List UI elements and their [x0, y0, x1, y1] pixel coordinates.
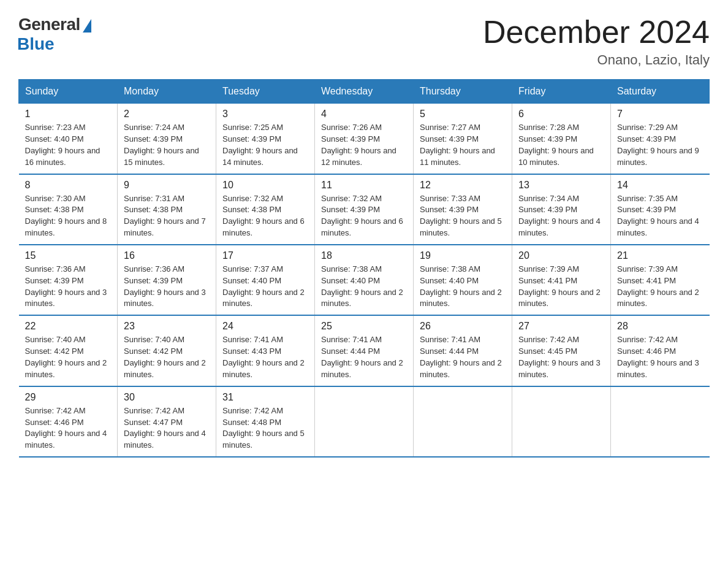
cell-info: Sunrise: 7:42 AMSunset: 4:46 PMDaylight:…: [25, 406, 107, 450]
title-block: December 2024 Onano, Lazio, Italy: [483, 15, 710, 68]
calendar-week-row: 15Sunrise: 7:36 AMSunset: 4:39 PMDayligh…: [19, 245, 710, 315]
cell-info: Sunrise: 7:23 AMSunset: 4:40 PMDaylight:…: [25, 123, 100, 167]
calendar-cell: 24Sunrise: 7:41 AMSunset: 4:43 PMDayligh…: [216, 315, 315, 386]
day-number: 14: [617, 180, 703, 191]
day-number: 20: [518, 250, 604, 261]
column-header-sunday: Sunday: [19, 80, 118, 104]
day-number: 2: [124, 109, 210, 120]
day-number: 12: [420, 180, 506, 191]
cell-info: Sunrise: 7:38 AMSunset: 4:40 PMDaylight:…: [321, 264, 403, 308]
cell-info: Sunrise: 7:36 AMSunset: 4:39 PMDaylight:…: [124, 264, 206, 308]
calendar-week-row: 1Sunrise: 7:23 AMSunset: 4:40 PMDaylight…: [19, 104, 710, 174]
cell-info: Sunrise: 7:36 AMSunset: 4:39 PMDaylight:…: [25, 264, 107, 308]
cell-info: Sunrise: 7:41 AMSunset: 4:43 PMDaylight:…: [222, 335, 305, 379]
column-header-monday: Monday: [118, 80, 216, 104]
calendar-cell: 16Sunrise: 7:36 AMSunset: 4:39 PMDayligh…: [118, 245, 216, 315]
column-header-wednesday: Wednesday: [315, 80, 414, 104]
calendar-cell: 7Sunrise: 7:29 AMSunset: 4:39 PMDaylight…: [611, 104, 710, 174]
calendar-cell: 2Sunrise: 7:24 AMSunset: 4:39 PMDaylight…: [118, 104, 216, 174]
logo: General Blue: [18, 15, 91, 54]
column-header-friday: Friday: [512, 80, 611, 104]
cell-info: Sunrise: 7:37 AMSunset: 4:40 PMDaylight:…: [222, 264, 305, 308]
calendar-cell: 19Sunrise: 7:38 AMSunset: 4:40 PMDayligh…: [414, 245, 512, 315]
calendar-cell: 1Sunrise: 7:23 AMSunset: 4:40 PMDaylight…: [19, 104, 118, 174]
column-header-tuesday: Tuesday: [216, 80, 315, 104]
cell-info: Sunrise: 7:42 AMSunset: 4:48 PMDaylight:…: [222, 406, 305, 450]
calendar-cell: 21Sunrise: 7:39 AMSunset: 4:41 PMDayligh…: [611, 245, 710, 315]
day-number: 11: [321, 180, 407, 191]
calendar-cell: 10Sunrise: 7:32 AMSunset: 4:38 PMDayligh…: [216, 174, 315, 245]
calendar-cell: 20Sunrise: 7:39 AMSunset: 4:41 PMDayligh…: [512, 245, 611, 315]
cell-info: Sunrise: 7:28 AMSunset: 4:39 PMDaylight:…: [518, 123, 594, 167]
day-number: 29: [25, 392, 112, 403]
calendar-cell: 15Sunrise: 7:36 AMSunset: 4:39 PMDayligh…: [19, 245, 118, 315]
calendar-cell: 23Sunrise: 7:40 AMSunset: 4:42 PMDayligh…: [118, 315, 216, 386]
calendar-cell: 29Sunrise: 7:42 AMSunset: 4:46 PMDayligh…: [19, 386, 118, 457]
cell-info: Sunrise: 7:34 AMSunset: 4:39 PMDaylight:…: [518, 194, 601, 238]
calendar-cell: 9Sunrise: 7:31 AMSunset: 4:38 PMDaylight…: [118, 174, 216, 245]
day-number: 31: [222, 392, 308, 403]
cell-info: Sunrise: 7:30 AMSunset: 4:38 PMDaylight:…: [25, 194, 107, 238]
calendar-cell: 8Sunrise: 7:30 AMSunset: 4:38 PMDaylight…: [19, 174, 118, 245]
day-number: 28: [617, 321, 703, 332]
day-number: 18: [321, 250, 407, 261]
cell-info: Sunrise: 7:38 AMSunset: 4:40 PMDaylight:…: [420, 264, 502, 308]
calendar-cell: [512, 386, 611, 457]
cell-info: Sunrise: 7:42 AMSunset: 4:47 PMDaylight:…: [124, 406, 206, 450]
cell-info: Sunrise: 7:29 AMSunset: 4:39 PMDaylight:…: [617, 123, 699, 167]
cell-info: Sunrise: 7:24 AMSunset: 4:39 PMDaylight:…: [124, 123, 199, 167]
logo-blue-text: Blue: [17, 34, 55, 54]
calendar-header-row: SundayMondayTuesdayWednesdayThursdayFrid…: [19, 80, 710, 104]
cell-info: Sunrise: 7:39 AMSunset: 4:41 PMDaylight:…: [518, 264, 601, 308]
day-number: 16: [124, 250, 210, 261]
location-text: Onano, Lazio, Italy: [483, 52, 710, 68]
cell-info: Sunrise: 7:42 AMSunset: 4:46 PMDaylight:…: [617, 335, 699, 379]
cell-info: Sunrise: 7:40 AMSunset: 4:42 PMDaylight:…: [25, 335, 107, 379]
day-number: 9: [124, 180, 210, 191]
calendar-cell: [315, 386, 414, 457]
cell-info: Sunrise: 7:41 AMSunset: 4:44 PMDaylight:…: [420, 335, 502, 379]
calendar-cell: 17Sunrise: 7:37 AMSunset: 4:40 PMDayligh…: [216, 245, 315, 315]
calendar-cell: 11Sunrise: 7:32 AMSunset: 4:39 PMDayligh…: [315, 174, 414, 245]
calendar-cell: 5Sunrise: 7:27 AMSunset: 4:39 PMDaylight…: [414, 104, 512, 174]
calendar-table: SundayMondayTuesdayWednesdayThursdayFrid…: [18, 79, 710, 458]
cell-info: Sunrise: 7:31 AMSunset: 4:38 PMDaylight:…: [124, 194, 206, 238]
day-number: 10: [222, 180, 308, 191]
calendar-week-row: 22Sunrise: 7:40 AMSunset: 4:42 PMDayligh…: [19, 315, 710, 386]
day-number: 17: [222, 250, 308, 261]
day-number: 27: [518, 321, 604, 332]
calendar-cell: 3Sunrise: 7:25 AMSunset: 4:39 PMDaylight…: [216, 104, 315, 174]
calendar-cell: 31Sunrise: 7:42 AMSunset: 4:48 PMDayligh…: [216, 386, 315, 457]
cell-info: Sunrise: 7:27 AMSunset: 4:39 PMDaylight:…: [420, 123, 495, 167]
calendar-cell: 30Sunrise: 7:42 AMSunset: 4:47 PMDayligh…: [118, 386, 216, 457]
day-number: 7: [617, 109, 703, 120]
calendar-cell: 18Sunrise: 7:38 AMSunset: 4:40 PMDayligh…: [315, 245, 414, 315]
day-number: 4: [321, 109, 407, 120]
day-number: 1: [25, 109, 112, 120]
column-header-thursday: Thursday: [414, 80, 512, 104]
calendar-cell: 4Sunrise: 7:26 AMSunset: 4:39 PMDaylight…: [315, 104, 414, 174]
day-number: 19: [420, 250, 506, 261]
calendar-cell: 28Sunrise: 7:42 AMSunset: 4:46 PMDayligh…: [611, 315, 710, 386]
day-number: 15: [25, 250, 112, 261]
day-number: 8: [25, 180, 112, 191]
cell-info: Sunrise: 7:32 AMSunset: 4:38 PMDaylight:…: [222, 194, 305, 238]
calendar-cell: 13Sunrise: 7:34 AMSunset: 4:39 PMDayligh…: [512, 174, 611, 245]
column-header-saturday: Saturday: [611, 80, 710, 104]
calendar-cell: 27Sunrise: 7:42 AMSunset: 4:45 PMDayligh…: [512, 315, 611, 386]
cell-info: Sunrise: 7:33 AMSunset: 4:39 PMDaylight:…: [420, 194, 502, 238]
calendar-week-row: 8Sunrise: 7:30 AMSunset: 4:38 PMDaylight…: [19, 174, 710, 245]
calendar-cell: 6Sunrise: 7:28 AMSunset: 4:39 PMDaylight…: [512, 104, 611, 174]
cell-info: Sunrise: 7:35 AMSunset: 4:39 PMDaylight:…: [617, 194, 699, 238]
day-number: 30: [124, 392, 210, 403]
calendar-cell: 12Sunrise: 7:33 AMSunset: 4:39 PMDayligh…: [414, 174, 512, 245]
day-number: 25: [321, 321, 407, 332]
calendar-cell: 14Sunrise: 7:35 AMSunset: 4:39 PMDayligh…: [611, 174, 710, 245]
day-number: 6: [518, 109, 604, 120]
day-number: 21: [617, 250, 703, 261]
cell-info: Sunrise: 7:26 AMSunset: 4:39 PMDaylight:…: [321, 123, 396, 167]
cell-info: Sunrise: 7:39 AMSunset: 4:41 PMDaylight:…: [617, 264, 699, 308]
logo-triangle-icon: [83, 19, 91, 33]
calendar-week-row: 29Sunrise: 7:42 AMSunset: 4:46 PMDayligh…: [19, 386, 710, 457]
day-number: 22: [25, 321, 112, 332]
